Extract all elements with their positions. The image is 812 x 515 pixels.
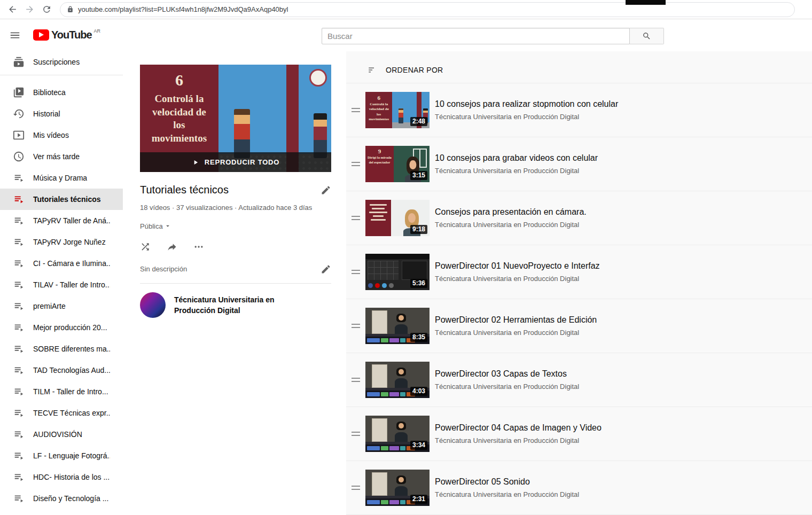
sort-by-button[interactable]: ORDENAR POR: [346, 51, 812, 83]
search-button[interactable]: [630, 28, 664, 44]
video-list-items: 6Controlá la velocidad de los movimiento…: [346, 83, 812, 515]
video-title[interactable]: 10 consejos para grabar videos con celul…: [435, 153, 803, 163]
sidebar-item-tutoriales-t-cnicos[interactable]: Tutoriales técnicos: [0, 189, 123, 210]
sidebar-item-mejor-producci-n-20[interactable]: Mejor producción 20...: [0, 317, 123, 338]
video-title[interactable]: 10 consejos para realizar stopmotion con…: [435, 99, 803, 109]
video-thumbnail[interactable]: 3:34: [365, 416, 430, 452]
sidebar-item-dise-o-y-tecnolog-a[interactable]: Diseño y Tecnología ...: [0, 488, 123, 509]
drag-handle-icon[interactable]: [346, 108, 365, 112]
sidebar-item-label: AUDIOVISIÓN: [33, 430, 82, 439]
sidebar-item-suscripciones[interactable]: Suscripciones: [0, 51, 123, 73]
sidebar-item-label: Tutoriales técnicos: [33, 195, 101, 204]
sidebar-item-tecve-t-cnicas-expr[interactable]: TECVE Técnicas expr...: [0, 402, 123, 424]
sidebar-item-tad-tecnolog-as-aud[interactable]: TAD Tecnologías Aud...: [0, 360, 123, 381]
video-thumbnail[interactable]: 2:31: [365, 470, 430, 506]
video-title[interactable]: PowerDirector 05 Sonido: [435, 477, 803, 487]
video-meta: PowerDirector 03 Capas de TextosTécnicat…: [435, 369, 803, 391]
video-thumbnail[interactable]: 6Controlá la velocidad de los movimiento…: [365, 92, 430, 128]
video-channel-link[interactable]: Técnicatura Universitaria en Producción …: [435, 436, 803, 444]
video-channel-link[interactable]: Técnicatura Universitaria en Producción …: [435, 275, 803, 283]
shuffle-button[interactable]: [140, 241, 151, 252]
playlist-icon: [13, 236, 25, 248]
sidebar-item-premiarte[interactable]: premiArte: [0, 295, 123, 317]
sidebar-item-ci-c-mara-e-ilumina[interactable]: CI - Cámara e Ilumina...: [0, 253, 123, 274]
drag-handle-icon[interactable]: [346, 432, 365, 436]
drag-handle-icon[interactable]: [346, 216, 365, 220]
video-row[interactable]: 9:18Consejos para presentación en cámara…: [346, 191, 812, 245]
video-row[interactable]: 4:03PowerDirector 03 Capas de TextosTécn…: [346, 353, 812, 407]
drag-handle-icon[interactable]: [346, 270, 365, 274]
youtube-logo-text: YouTube: [51, 29, 92, 41]
drag-handle-icon[interactable]: [346, 162, 365, 166]
sidebar-item-lf-lenguaje-fotogr[interactable]: LF - Lenguaje Fotográ...: [0, 445, 123, 466]
play-all-button[interactable]: REPRODUCIR TODO: [140, 152, 331, 172]
drag-handle-icon[interactable]: [346, 324, 365, 328]
video-title[interactable]: PowerDirector 03 Capas de Textos: [435, 369, 803, 379]
video-channel-link[interactable]: Técnicatura Universitaria en Producción …: [435, 113, 803, 121]
channel-row[interactable]: Técnicatura Universitaria en Producción …: [140, 284, 331, 318]
browser-reload-icon[interactable]: [40, 3, 53, 17]
sidebar-item-m-sica-y-drama[interactable]: Música y Drama: [0, 167, 123, 189]
sidebar-item-ver-m-s-tarde[interactable]: Ver más tarde: [0, 146, 123, 167]
youtube-logo[interactable]: YouTube AR: [33, 29, 100, 41]
video-title[interactable]: Consejos para presentación en cámara.: [435, 207, 803, 217]
video-thumbnail[interactable]: 9:18: [365, 200, 430, 236]
sidebar-divider: [0, 75, 123, 75]
sidebar-item-label: TILM - Taller de Intro...: [33, 387, 108, 396]
search-input[interactable]: [322, 28, 630, 44]
sidebar-item-tapyrv-jorge-nu-ez[interactable]: TAPyRV Jorge Nuñez: [0, 231, 123, 253]
menu-icon[interactable]: [9, 29, 22, 42]
video-row[interactable]: 6Controlá la velocidad de los movimiento…: [346, 83, 812, 137]
edit-description-button[interactable]: [321, 264, 331, 275]
more-actions-button[interactable]: [193, 241, 204, 252]
window-artifact: [626, 0, 666, 5]
sidebar-item-label: TAPyRV Jorge Nuñez: [33, 238, 106, 246]
browser-url-bar[interactable]: youtube.com/playlist?list=PLUKsf4wh1n8jf…: [60, 2, 795, 17]
video-channel-link[interactable]: Técnicatura Universitaria en Producción …: [435, 383, 803, 391]
youtube-play-icon: [33, 29, 49, 41]
search-icon: [642, 32, 651, 41]
video-title[interactable]: PowerDirector 04 Capas de Imagen y Video: [435, 423, 803, 433]
sidebar-item-tapyrv-taller-de-an[interactable]: TAPyRV Taller de Aná...: [0, 210, 123, 231]
video-row[interactable]: 8:35PowerDirector 02 Herramientas de Edi…: [346, 299, 812, 353]
video-thumbnail[interactable]: 4:03: [365, 362, 430, 398]
video-title[interactable]: PowerDirector 02 Herramientas de Edición: [435, 315, 803, 325]
history-icon: [13, 108, 25, 120]
browser-back-icon[interactable]: [5, 3, 19, 17]
video-channel-link[interactable]: Técnicatura Universitaria en Producción …: [435, 490, 803, 498]
sidebar-item-mis-v-deos[interactable]: Mis vídeos: [0, 124, 123, 146]
video-thumbnail[interactable]: 5:36: [365, 254, 430, 290]
video-channel-link[interactable]: Técnicatura Universitaria en Producción …: [435, 221, 803, 229]
video-thumbnail[interactable]: 8:35: [365, 308, 430, 344]
sidebar-item-label: Diseño y Tecnología ...: [33, 494, 108, 503]
sidebar-item-hdc-historia-de-los[interactable]: HDC- Historia de los ...: [0, 466, 123, 488]
sidebar-item-audiovisi-n[interactable]: AUDIOVISIÓN: [0, 424, 123, 445]
browser-forward-icon[interactable]: [22, 3, 36, 17]
edit-title-button[interactable]: [321, 185, 331, 196]
video-row[interactable]: 3:34PowerDirector 04 Capas de Imagen y V…: [346, 407, 812, 461]
duration-badge: 3:34: [410, 441, 427, 450]
drag-handle-icon[interactable]: [346, 378, 365, 382]
sidebar-item-historial[interactable]: Historial: [0, 103, 123, 124]
channel-name[interactable]: Técnicatura Universitaria en Producción …: [174, 292, 308, 316]
share-button[interactable]: [167, 241, 177, 252]
drag-handle-icon[interactable]: [346, 486, 365, 490]
sidebar-item-biblioteca[interactable]: Biblioteca: [0, 82, 123, 103]
sidebar-item-tilm-taller-de-intro[interactable]: TILM - Taller de Intro...: [0, 381, 123, 402]
video-title[interactable]: PowerDirector 01 NuevoProyecto e Interfa…: [435, 261, 803, 271]
privacy-dropdown[interactable]: Pública: [140, 222, 171, 230]
sidebar-item-label: SOBRE diferentes ma...: [33, 345, 110, 353]
channel-avatar[interactable]: [140, 292, 166, 318]
video-thumbnail[interactable]: 9Dirigí la mirada del espectador3:15: [365, 146, 430, 182]
video-row[interactable]: 2:31PowerDirector 05 SonidoTécnicatura U…: [346, 461, 812, 515]
video-channel-link[interactable]: Técnicatura Universitaria en Producción …: [435, 329, 803, 337]
sidebar-item-label: Mejor producción 20...: [33, 323, 107, 332]
playlist-actions: [140, 241, 331, 252]
sidebar-item-sobre-diferentes-ma[interactable]: SOBRE diferentes ma...: [0, 338, 123, 360]
video-channel-link[interactable]: Técnicatura Universitaria en Producción …: [435, 167, 803, 175]
video-row[interactable]: 5:36PowerDirector 01 NuevoProyecto e Int…: [346, 245, 812, 299]
playlist-thumbnail[interactable]: 6 Controlá la velocidad de los movimient…: [140, 65, 331, 172]
playlist-icon: [13, 279, 25, 291]
video-row[interactable]: 9Dirigí la mirada del espectador3:1510 c…: [346, 137, 812, 191]
sidebar-item-tilav-taller-de-intro[interactable]: TILAV - Taller de Intro...: [0, 274, 123, 295]
